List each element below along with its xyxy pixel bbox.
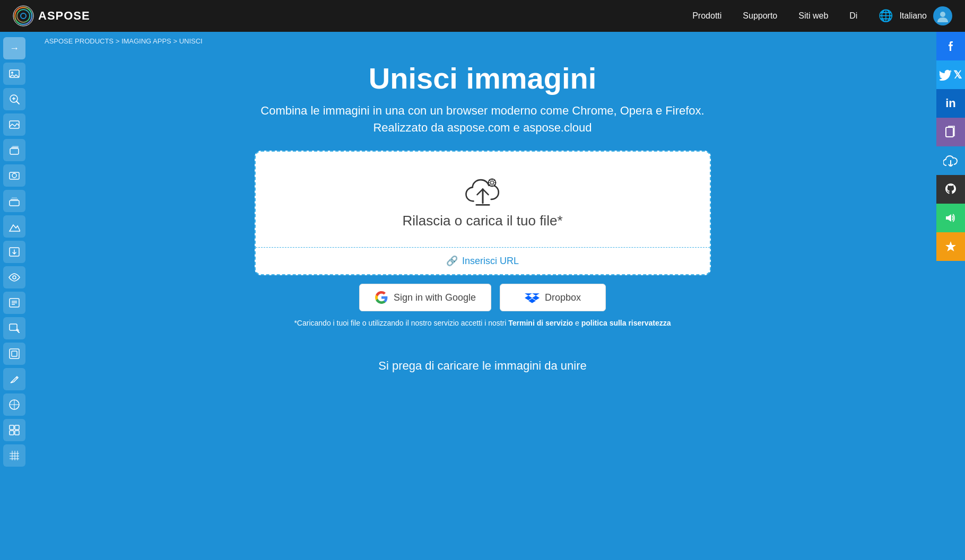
cloud-upload-icon (464, 176, 501, 207)
svg-rect-24 (12, 351, 17, 356)
svg-rect-30 (15, 431, 19, 435)
svg-point-5 (11, 72, 13, 74)
aspose-com-link[interactable]: aspose.com (447, 121, 510, 134)
left-sidebar: → (0, 32, 29, 560)
sidebar-btn-photo-grid[interactable] (3, 419, 25, 441)
svg-rect-8 (10, 148, 19, 154)
sidebar-btn-stack[interactable] (3, 190, 25, 212)
sidebar-btn-design[interactable] (3, 393, 25, 416)
upload-box[interactable]: Rilascia o carica il tuo file* 🔗 Inseris… (255, 151, 711, 275)
svg-line-50 (494, 180, 494, 180)
subtitle-prefix: Realizzato da (373, 121, 447, 134)
svg-rect-23 (10, 349, 19, 358)
svg-rect-13 (10, 200, 19, 206)
right-sidebar: 𝕏 in (936, 32, 965, 261)
upload-url-bar[interactable]: 🔗 Inserisci URL (256, 247, 710, 274)
svg-rect-14 (11, 199, 18, 200)
sidebar-btn-list[interactable] (3, 292, 25, 314)
social-github[interactable] (936, 175, 965, 204)
sidebar-btn-photo[interactable] (3, 164, 25, 187)
svg-point-1 (21, 13, 26, 19)
terms-prefix: *Caricando i tuoi file o utilizzando il … (294, 319, 508, 327)
url-link-icon: 🔗 (446, 255, 458, 267)
globe-icon: 🌐 (879, 9, 893, 23)
sidebar-btn-mountain[interactable] (3, 215, 25, 238)
svg-rect-37 (946, 127, 953, 137)
auth-row: Sign in with Google Dropbox (359, 284, 606, 311)
svg-rect-9 (11, 147, 19, 148)
breadcrumb-current: UNISCI (179, 37, 203, 45)
social-cloud[interactable] (936, 146, 965, 175)
sidebar-btn-image-edit[interactable] (3, 317, 25, 339)
svg-line-51 (489, 185, 490, 185)
dropbox-icon (525, 291, 540, 304)
upload-drop-text: Rilascia o carica il tuo file* (402, 213, 562, 229)
svg-line-48 (489, 180, 490, 180)
nav-right: 🌐 Italiano (879, 6, 952, 25)
sidebar-btn-zoom[interactable] (3, 88, 25, 110)
user-avatar[interactable] (933, 6, 952, 25)
breadcrumb: ASPOSE PRODUCTS > IMAGING APPS > UNISCI (34, 32, 965, 50)
upload-prompt: Si prega di caricare le immagini da unir… (378, 359, 587, 373)
svg-rect-15 (12, 197, 17, 198)
sidebar-btn-layers[interactable] (3, 139, 25, 161)
aspose-cloud-link[interactable]: aspose.cloud (523, 121, 592, 134)
social-facebook[interactable] (936, 32, 965, 60)
terms-of-service-link[interactable]: Termini di servizio (508, 319, 573, 327)
sidebar-btn-image-box[interactable] (3, 343, 25, 365)
social-megaphone[interactable] (936, 204, 965, 232)
breadcrumb-sep1: > (116, 37, 121, 45)
main-content: Unisci immagini Combina le immagini in u… (32, 50, 933, 394)
nav-siti-web[interactable]: Siti web (798, 11, 828, 21)
privacy-policy-link[interactable]: politica sulla riservatezza (581, 319, 671, 327)
logo-text: ASPOSE (38, 9, 90, 23)
social-linkedin[interactable]: in (936, 89, 965, 118)
sidebar-btn-image[interactable] (3, 63, 25, 85)
svg-rect-10 (12, 146, 19, 147)
top-nav: ASPOSE Prodotti Supporto Siti web Di 🌐 I… (0, 0, 965, 32)
svg-rect-28 (15, 425, 19, 430)
dropbox-button[interactable]: Dropbox (500, 284, 606, 311)
nav-di[interactable]: Di (849, 11, 857, 21)
dropbox-label: Dropbox (545, 292, 581, 303)
nav-supporto[interactable]: Supporto (743, 11, 777, 21)
aspose-logo-icon (13, 5, 34, 27)
social-twitter[interactable]: 𝕏 (936, 60, 965, 89)
language-selector[interactable]: Italiano (899, 11, 927, 21)
svg-rect-27 (10, 425, 14, 430)
sidebar-btn-arrow[interactable]: → (3, 37, 25, 59)
terms-text: *Caricando i tuoi file o utilizzando il … (294, 319, 671, 327)
nav-links: Prodotti Supporto Siti web Di (692, 11, 857, 21)
google-signin-button[interactable]: Sign in with Google (359, 284, 491, 311)
logo-area[interactable]: ASPOSE (13, 5, 90, 27)
svg-point-17 (13, 276, 16, 279)
sidebar-btn-eye[interactable] (3, 266, 25, 288)
subtitle-mid: e (510, 121, 523, 134)
google-signin-label: Sign in with Google (394, 292, 476, 303)
svg-line-49 (494, 185, 494, 185)
breadcrumb-sep2: > (173, 37, 179, 45)
svg-rect-22 (10, 324, 17, 330)
social-file-share[interactable] (936, 118, 965, 146)
sidebar-btn-landscape[interactable] (3, 113, 25, 136)
social-star[interactable] (936, 232, 965, 261)
nav-prodotti[interactable]: Prodotti (692, 11, 721, 21)
svg-point-12 (12, 173, 16, 178)
page-subtitle-links: Realizzato da aspose.com e aspose.cloud (373, 121, 592, 135)
svg-point-3 (940, 12, 945, 17)
svg-point-0 (13, 6, 33, 26)
terms-mid: e (573, 319, 581, 327)
svg-rect-29 (10, 431, 14, 435)
sidebar-btn-import[interactable] (3, 241, 25, 263)
page-title: Unisci immagini (369, 61, 596, 95)
sidebar-btn-grid-small[interactable] (3, 444, 25, 467)
upload-drop-area[interactable]: Rilascia o carica il tuo file* (256, 152, 710, 247)
sidebar-btn-pen[interactable] (3, 368, 25, 390)
google-g-icon (375, 291, 388, 304)
url-label[interactable]: Inserisci URL (462, 256, 519, 267)
page-subtitle: Combina le immagini in una con un browse… (260, 104, 704, 118)
breadcrumb-aspose-products[interactable]: ASPOSE PRODUCTS (45, 37, 114, 45)
breadcrumb-imaging-apps[interactable]: IMAGING APPS (121, 37, 171, 45)
